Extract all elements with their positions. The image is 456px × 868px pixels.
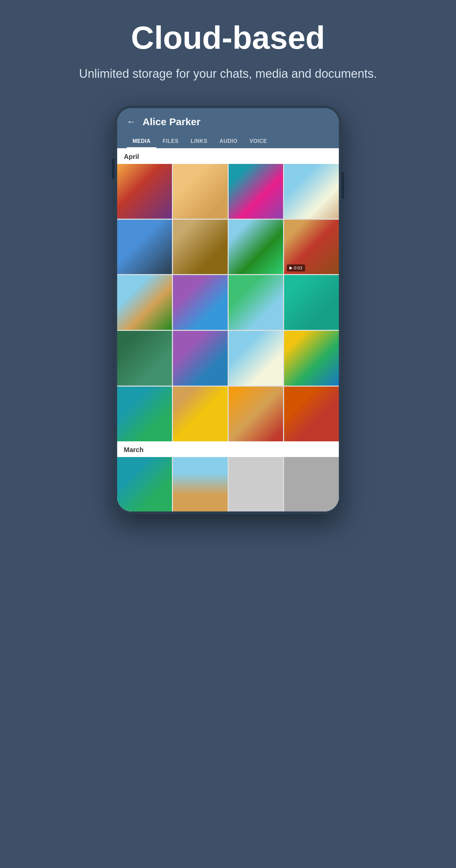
- photo-cell[interactable]: [117, 164, 172, 219]
- photo-cell[interactable]: [284, 164, 339, 219]
- photo-cell[interactable]: [173, 220, 228, 274]
- phone-screen: ← Alice Parker MEDIA FILES LINKS AUDIO V…: [117, 108, 339, 512]
- back-button[interactable]: ←: [126, 117, 136, 127]
- app-header: ← Alice Parker MEDIA FILES LINKS AUDIO V…: [117, 108, 339, 148]
- photo-cell[interactable]: [117, 331, 172, 385]
- month-march: March: [117, 441, 339, 457]
- photo-cell[interactable]: [229, 275, 283, 330]
- photo-cell[interactable]: [229, 331, 283, 385]
- photo-cell[interactable]: [173, 331, 228, 385]
- photo-cell[interactable]: [117, 457, 172, 512]
- april-grid: 0:03: [117, 164, 339, 441]
- photo-cell[interactable]: [117, 220, 172, 274]
- photo-cell[interactable]: [229, 220, 283, 274]
- photo-cell[interactable]: [284, 386, 339, 441]
- video-duration: 0:03: [294, 266, 302, 271]
- photo-cell[interactable]: [117, 386, 172, 441]
- photo-cell[interactable]: [284, 331, 339, 385]
- phone-mockup: ← Alice Parker MEDIA FILES LINKS AUDIO V…: [115, 105, 341, 515]
- tab-links[interactable]: LINKS: [185, 134, 214, 148]
- photo-cell[interactable]: [173, 386, 228, 441]
- march-section: March: [117, 441, 339, 512]
- video-badge: 0:03: [287, 265, 305, 271]
- tab-files[interactable]: FILES: [157, 134, 185, 148]
- photo-cell[interactable]: [229, 164, 283, 219]
- month-april: April: [117, 148, 339, 164]
- media-content: April 0:03: [117, 148, 339, 512]
- hero-title: Cloud-based: [131, 20, 325, 55]
- photo-cell[interactable]: [229, 457, 283, 512]
- video-cell[interactable]: 0:03: [284, 220, 339, 274]
- photo-cell[interactable]: [173, 164, 228, 219]
- photo-cell[interactable]: [173, 457, 228, 512]
- hero-subtitle: Unlimited storage for your chats, media …: [79, 65, 377, 82]
- play-icon: [290, 267, 293, 270]
- tab-media[interactable]: MEDIA: [126, 134, 157, 148]
- tabs-bar: MEDIA FILES LINKS AUDIO VOICE: [126, 134, 330, 148]
- photo-cell[interactable]: [117, 275, 172, 330]
- tab-audio[interactable]: AUDIO: [213, 134, 243, 148]
- march-grid: [117, 457, 339, 512]
- photo-cell[interactable]: [284, 275, 339, 330]
- photo-cell[interactable]: [173, 275, 228, 330]
- photo-cell[interactable]: [284, 457, 339, 512]
- photo-cell[interactable]: [229, 386, 283, 441]
- contact-name: Alice Parker: [143, 116, 200, 127]
- tab-voice[interactable]: VOICE: [243, 134, 273, 148]
